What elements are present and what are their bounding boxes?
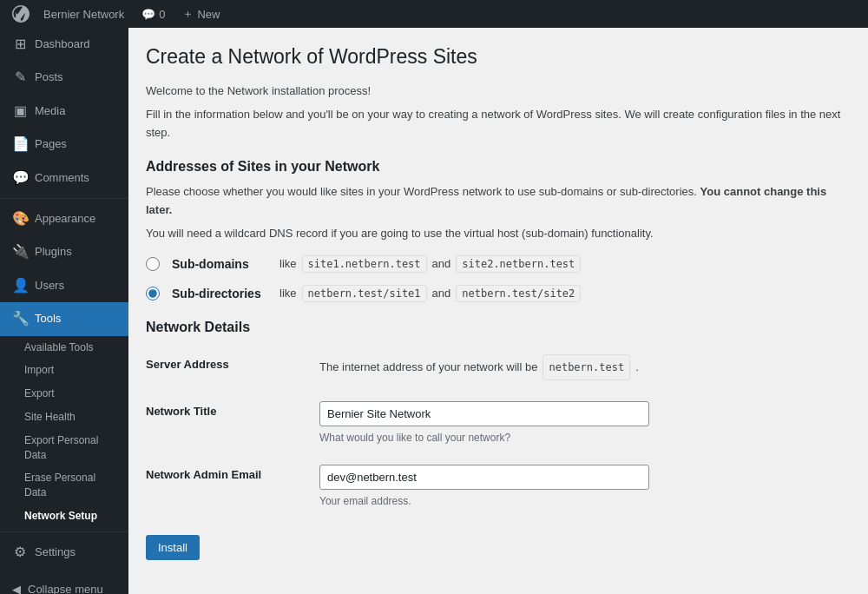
server-address-row: Server Address The internet address of y… — [146, 344, 851, 391]
subdirs-examples: like netbern.test/site1 and netbern.test… — [279, 285, 581, 302]
main-menu: ⊞ Dashboard ✎ Posts ▣ Media 📄 Pag — [0, 28, 128, 569]
sidebar-item-tools[interactable]: 🔧 Tools Available Tools Import Export Si… — [0, 302, 128, 528]
page-title: Create a Network of WordPress Sites — [146, 45, 851, 69]
adminbar-new[interactable]: ＋ New — [174, 0, 228, 28]
tools-icon: 🔧 — [12, 309, 28, 328]
adminbar-site-name: Bernier Network — [43, 8, 124, 21]
submenu-export[interactable]: Export — [0, 382, 128, 406]
network-title-input[interactable] — [319, 401, 649, 426]
subdomains-examples: like site1.netbern.test and site2.netber… — [279, 255, 581, 273]
addresses-heading: Addresses of Sites in your Network — [146, 159, 851, 175]
server-address-code: netbern.test — [542, 354, 630, 380]
adminbar-comments-count: 0 — [159, 8, 165, 21]
submenu-label: Erase Personal Data — [24, 471, 120, 500]
wp-logo[interactable] — [7, 0, 35, 28]
sidebar-item-label: Appearance — [35, 211, 95, 227]
plus-icon: ＋ — [182, 6, 194, 22]
sidebar-item-label: Dashboard — [35, 36, 90, 52]
sidebar-item-label: Tools — [35, 311, 61, 327]
sidebar-item-pages[interactable]: 📄 Pages — [0, 128, 128, 161]
posts-icon: ✎ — [12, 68, 28, 87]
subdirs-option: Sub-directories like netbern.test/site1 … — [146, 285, 851, 302]
collapse-menu[interactable]: ◀ Collapse menu — [0, 576, 128, 594]
comment-icon: 💬 — [141, 8, 155, 21]
submenu-export-personal-data[interactable]: Export Personal Data — [0, 429, 128, 467]
sidebar-item-label: Plugins — [35, 244, 72, 260]
subdir-ex1: netbern.test/site1 — [302, 285, 427, 302]
subdirs-label[interactable]: Sub-directories — [172, 287, 267, 300]
network-details-table: Server Address The internet address of y… — [146, 344, 851, 518]
sidebar-item-users[interactable]: 👤 Users — [0, 269, 128, 302]
settings-icon: ⚙ — [12, 543, 28, 562]
network-email-hint: Your email address. — [319, 495, 851, 507]
network-email-row: Network Admin Email Your email address. — [146, 454, 851, 518]
sidebar-item-label: Settings — [35, 544, 76, 560]
collapse-label: Collapse menu — [28, 583, 103, 594]
submenu-label: Import — [24, 363, 54, 378]
submenu-network-setup[interactable]: Network Setup — [0, 505, 128, 528]
appearance-icon: 🎨 — [12, 209, 28, 228]
network-email-input[interactable] — [319, 465, 649, 490]
sidebar-item-label: Users — [35, 278, 64, 294]
sidebar-item-label: Media — [35, 103, 65, 119]
comments-icon: 💬 — [12, 168, 28, 188]
subdomain-ex1: site1.netbern.test — [302, 255, 427, 273]
subdomains-radio[interactable] — [146, 257, 160, 271]
adminbar-new-label: New — [197, 8, 220, 21]
network-email-label: Network Admin Email — [146, 468, 261, 481]
subdomains-label[interactable]: Sub-domains — [172, 257, 267, 271]
submenu-label: Export Personal Data — [24, 433, 120, 463]
submenu-site-health[interactable]: Site Health — [0, 406, 128, 429]
subdirs-radio[interactable] — [146, 287, 160, 300]
tools-submenu: Available Tools Import Export Site Healt… — [0, 336, 128, 528]
sidebar-item-posts[interactable]: ✎ Posts — [0, 61, 128, 94]
network-title-label: Network Title — [146, 405, 216, 418]
sidebar-item-appearance[interactable]: 🎨 Appearance — [0, 202, 128, 235]
network-details-heading: Network Details — [146, 320, 851, 335]
submenu-label: Site Health — [24, 410, 76, 425]
sidebar-item-media[interactable]: ▣ Media — [0, 95, 128, 128]
server-address-label: Server Address — [146, 358, 229, 371]
sidebar-item-plugins[interactable]: 🔌 Plugins — [0, 235, 128, 268]
submenu-label: Network Setup — [24, 509, 97, 524]
pages-icon: 📄 — [12, 135, 28, 154]
addresses-desc-2: You will need a wildcard DNS record if y… — [146, 225, 851, 243]
subdomain-ex2: site2.netbern.test — [456, 255, 581, 273]
network-title-row: Network Title What would you like to cal… — [146, 391, 851, 454]
submenu-erase-personal-data[interactable]: Erase Personal Data — [0, 466, 128, 505]
adminbar-site[interactable]: Bernier Network — [35, 0, 133, 28]
sidebar-item-label: Comments — [35, 170, 89, 186]
network-title-hint: What would you like to call your network… — [319, 432, 851, 444]
main-content: Create a Network of WordPress Sites Welc… — [128, 28, 868, 594]
install-button[interactable]: Install — [146, 535, 200, 560]
sidebar-item-settings[interactable]: ⚙ Settings — [0, 536, 128, 569]
collapse-icon: ◀ — [12, 583, 21, 594]
server-address-text: The internet address of your network wil… — [319, 354, 851, 380]
sidebar: ⊞ Dashboard ✎ Posts ▣ Media 📄 Pag — [0, 28, 128, 594]
sidebar-item-comments[interactable]: 💬 Comments — [0, 162, 128, 195]
addresses-desc-1: Please choose whether you would like sit… — [146, 183, 851, 220]
submenu-label: Available Tools — [24, 340, 94, 355]
subdir-ex2: netbern.test/site2 — [456, 285, 581, 302]
intro-text-1: Welcome to the Network installation proc… — [146, 82, 851, 101]
sidebar-item-label: Posts — [35, 69, 63, 85]
users-icon: 👤 — [12, 276, 28, 295]
sidebar-item-dashboard[interactable]: ⊞ Dashboard — [0, 28, 128, 61]
media-icon: ▣ — [12, 102, 28, 121]
subdomains-option: Sub-domains like site1.netbern.test and … — [146, 255, 851, 273]
submenu-label: Export — [24, 386, 55, 401]
intro-text-2: Fill in the information below and you'll… — [146, 106, 851, 142]
sidebar-item-label: Pages — [35, 136, 67, 152]
submenu-available-tools[interactable]: Available Tools — [0, 336, 128, 360]
dashboard-icon: ⊞ — [12, 35, 28, 54]
adminbar-comments[interactable]: 💬 0 — [133, 0, 174, 28]
admin-bar: Bernier Network 💬 0 ＋ New — [0, 0, 868, 28]
submenu-import[interactable]: Import — [0, 359, 128, 382]
plugins-icon: 🔌 — [12, 242, 28, 261]
